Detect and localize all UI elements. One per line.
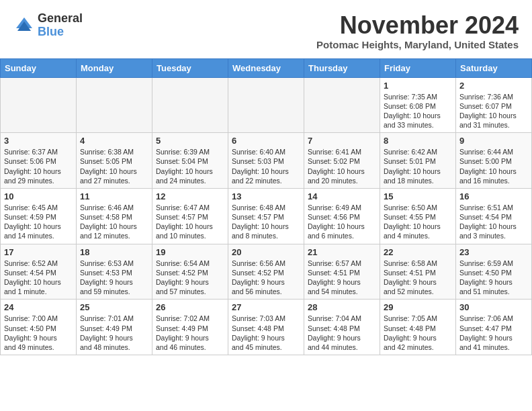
day-number: 23 (459, 247, 528, 257)
day-info: Sunrise: 7:06 AMSunset: 4:47 PMDaylight:… (459, 314, 528, 352)
day-info: Sunrise: 7:35 AMSunset: 6:08 PMDaylight:… (384, 92, 452, 130)
calendar-day-cell: 6Sunrise: 6:40 AMSunset: 5:03 PMDaylight… (228, 133, 304, 189)
calendar-day-cell (304, 77, 380, 133)
day-info: Sunrise: 6:49 AMSunset: 4:56 PMDaylight:… (308, 203, 376, 241)
day-info: Sunrise: 6:53 AMSunset: 4:53 PMDaylight:… (80, 259, 148, 297)
calendar-day-cell: 21Sunrise: 6:57 AMSunset: 4:51 PMDayligh… (304, 244, 380, 300)
calendar-table: SundayMondayTuesdayWednesdayThursdayFrid… (0, 58, 532, 355)
calendar-day-cell: 26Sunrise: 7:02 AMSunset: 4:49 PMDayligh… (152, 300, 228, 355)
day-number: 7 (308, 136, 376, 146)
calendar-day-cell: 12Sunrise: 6:47 AMSunset: 4:57 PMDayligh… (152, 188, 228, 244)
day-number: 9 (459, 136, 528, 146)
calendar-day-cell (228, 77, 304, 133)
day-info: Sunrise: 6:51 AMSunset: 4:54 PMDaylight:… (459, 203, 528, 241)
title-block: November 2024 Potomac Heights, Maryland,… (316, 12, 519, 50)
day-number: 30 (459, 302, 528, 312)
calendar-day-cell: 16Sunrise: 6:51 AMSunset: 4:54 PMDayligh… (456, 188, 532, 244)
calendar-day-cell: 10Sunrise: 6:45 AMSunset: 4:59 PMDayligh… (1, 188, 77, 244)
calendar-day-cell: 4Sunrise: 6:38 AMSunset: 5:05 PMDaylight… (77, 133, 152, 189)
day-info: Sunrise: 6:39 AMSunset: 5:04 PMDaylight:… (156, 147, 224, 185)
day-info: Sunrise: 6:59 AMSunset: 4:50 PMDaylight:… (459, 259, 528, 297)
day-number: 28 (308, 302, 376, 312)
logo-blue-text: Blue (38, 26, 83, 39)
location-subtitle: Potomac Heights, Maryland, United States (316, 39, 519, 50)
day-info: Sunrise: 6:56 AMSunset: 4:52 PMDaylight:… (232, 259, 300, 297)
day-info: Sunrise: 6:52 AMSunset: 4:54 PMDaylight:… (4, 259, 73, 297)
calendar-day-cell: 19Sunrise: 6:54 AMSunset: 4:52 PMDayligh… (152, 244, 228, 300)
calendar-day-header: Saturday (456, 58, 532, 77)
day-info: Sunrise: 6:50 AMSunset: 4:55 PMDaylight:… (384, 203, 452, 241)
calendar-week-row: 24Sunrise: 7:00 AMSunset: 4:50 PMDayligh… (1, 300, 532, 355)
day-number: 22 (384, 247, 452, 257)
day-info: Sunrise: 7:02 AMSunset: 4:49 PMDaylight:… (156, 314, 224, 352)
calendar-day-cell: 3Sunrise: 6:37 AMSunset: 5:06 PMDaylight… (1, 133, 77, 189)
calendar-day-cell (152, 77, 228, 133)
day-number: 14 (308, 191, 376, 201)
day-info: Sunrise: 6:41 AMSunset: 5:02 PMDaylight:… (308, 147, 376, 185)
day-info: Sunrise: 6:40 AMSunset: 5:03 PMDaylight:… (232, 147, 300, 185)
calendar-day-cell: 13Sunrise: 6:48 AMSunset: 4:57 PMDayligh… (228, 188, 304, 244)
day-number: 17 (4, 247, 73, 257)
day-info: Sunrise: 7:03 AMSunset: 4:48 PMDaylight:… (232, 314, 300, 352)
day-number: 13 (232, 191, 300, 201)
calendar-day-cell: 11Sunrise: 6:46 AMSunset: 4:58 PMDayligh… (77, 188, 152, 244)
logo-text: General Blue (38, 12, 83, 39)
logo-general-text: General (38, 12, 83, 26)
day-number: 15 (384, 191, 452, 201)
day-number: 12 (156, 191, 224, 201)
day-number: 10 (4, 191, 73, 201)
day-number: 25 (80, 302, 148, 312)
day-number: 21 (308, 247, 376, 257)
day-number: 18 (80, 247, 148, 257)
calendar-day-cell: 23Sunrise: 6:59 AMSunset: 4:50 PMDayligh… (456, 244, 532, 300)
calendar-day-cell (77, 77, 152, 133)
calendar-day-header: Friday (380, 58, 456, 77)
calendar-day-cell: 9Sunrise: 6:44 AMSunset: 5:00 PMDaylight… (456, 133, 532, 189)
calendar-day-cell: 24Sunrise: 7:00 AMSunset: 4:50 PMDayligh… (1, 300, 77, 355)
day-number: 29 (384, 302, 452, 312)
day-info: Sunrise: 6:42 AMSunset: 5:01 PMDaylight:… (384, 147, 452, 185)
month-year-title: November 2024 (316, 12, 519, 39)
day-number: 20 (232, 247, 300, 257)
day-info: Sunrise: 7:00 AMSunset: 4:50 PMDaylight:… (4, 314, 73, 352)
day-number: 6 (232, 136, 300, 146)
calendar-day-cell (1, 77, 77, 133)
calendar-day-cell: 30Sunrise: 7:06 AMSunset: 4:47 PMDayligh… (456, 300, 532, 355)
day-info: Sunrise: 6:45 AMSunset: 4:59 PMDaylight:… (4, 203, 73, 241)
day-info: Sunrise: 7:36 AMSunset: 6:07 PMDaylight:… (459, 92, 528, 130)
day-number: 11 (80, 191, 148, 201)
calendar-day-header: Monday (77, 58, 152, 77)
day-info: Sunrise: 7:01 AMSunset: 4:49 PMDaylight:… (80, 314, 148, 352)
calendar-week-row: 17Sunrise: 6:52 AMSunset: 4:54 PMDayligh… (1, 244, 532, 300)
calendar-day-cell: 17Sunrise: 6:52 AMSunset: 4:54 PMDayligh… (1, 244, 77, 300)
calendar-day-cell: 1Sunrise: 7:35 AMSunset: 6:08 PMDaylight… (380, 77, 456, 133)
day-info: Sunrise: 6:37 AMSunset: 5:06 PMDaylight:… (4, 147, 73, 185)
day-info: Sunrise: 7:05 AMSunset: 4:48 PMDaylight:… (384, 314, 452, 352)
day-info: Sunrise: 6:48 AMSunset: 4:57 PMDaylight:… (232, 203, 300, 241)
day-info: Sunrise: 6:44 AMSunset: 5:00 PMDaylight:… (459, 147, 528, 185)
calendar-week-row: 3Sunrise: 6:37 AMSunset: 5:06 PMDaylight… (1, 133, 532, 189)
day-number: 24 (4, 302, 73, 312)
day-number: 1 (384, 81, 452, 91)
calendar-day-cell: 2Sunrise: 7:36 AMSunset: 6:07 PMDaylight… (456, 77, 532, 133)
day-number: 5 (156, 136, 224, 146)
day-number: 2 (459, 81, 528, 91)
calendar-day-cell: 15Sunrise: 6:50 AMSunset: 4:55 PMDayligh… (380, 188, 456, 244)
calendar-day-cell: 20Sunrise: 6:56 AMSunset: 4:52 PMDayligh… (228, 244, 304, 300)
calendar-day-header: Thursday (304, 58, 380, 77)
day-number: 26 (156, 302, 224, 312)
day-info: Sunrise: 6:46 AMSunset: 4:58 PMDaylight:… (80, 203, 148, 241)
calendar-day-cell: 25Sunrise: 7:01 AMSunset: 4:49 PMDayligh… (77, 300, 152, 355)
day-info: Sunrise: 6:38 AMSunset: 5:05 PMDaylight:… (80, 147, 148, 185)
calendar-day-cell: 7Sunrise: 6:41 AMSunset: 5:02 PMDaylight… (304, 133, 380, 189)
calendar-day-cell: 18Sunrise: 6:53 AMSunset: 4:53 PMDayligh… (77, 244, 152, 300)
calendar-day-cell: 14Sunrise: 6:49 AMSunset: 4:56 PMDayligh… (304, 188, 380, 244)
day-info: Sunrise: 6:57 AMSunset: 4:51 PMDaylight:… (308, 259, 376, 297)
day-info: Sunrise: 6:58 AMSunset: 4:51 PMDaylight:… (384, 259, 452, 297)
calendar-day-cell: 5Sunrise: 6:39 AMSunset: 5:04 PMDaylight… (152, 133, 228, 189)
header: General Blue November 2024 Potomac Heigh… (0, 0, 532, 56)
day-number: 3 (4, 136, 73, 146)
calendar-week-row: 1Sunrise: 7:35 AMSunset: 6:08 PMDaylight… (1, 77, 532, 133)
calendar-header-row: SundayMondayTuesdayWednesdayThursdayFrid… (1, 58, 532, 77)
day-number: 19 (156, 247, 224, 257)
